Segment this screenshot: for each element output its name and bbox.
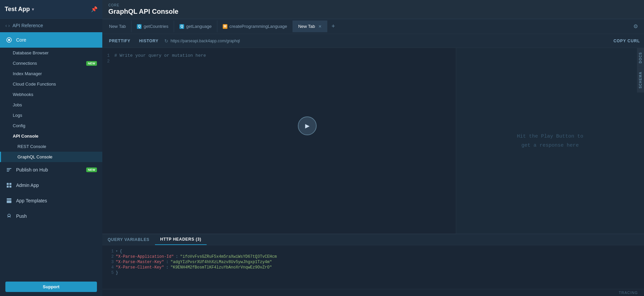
sidebar-bottom: Support: [0, 278, 102, 296]
response-panel: Hit the Play Button to get a response he…: [456, 48, 644, 234]
sidebar-item-app-templates[interactable]: App Templates: [0, 193, 102, 208]
sidebar-sub-index-manager[interactable]: Index Manager: [0, 68, 102, 79]
tracing-bar: TRACING: [102, 289, 644, 296]
toolbar-url: ↻ https://parseapi.back4app.com/graphql: [164, 38, 240, 44]
sidebar-sub-logs[interactable]: Logs: [0, 110, 102, 120]
schema-side-label[interactable]: SCHEMA: [637, 67, 644, 93]
sidebar: Test App ▾ 📌 ‹ › API Reference Core Data…: [0, 0, 102, 296]
publish-hub-label: Publish on Hub: [16, 167, 48, 172]
bottom-tab-query-vars[interactable]: QUERY VARIABLES: [102, 235, 155, 245]
tab-get-countries[interactable]: Q getCountries: [131, 20, 174, 32]
sidebar-sub-config[interactable]: Config: [0, 120, 102, 131]
top-bar: CORE GraphQL API Console: [102, 0, 644, 19]
json-editor[interactable]: 1 ▾ { 2 "X-Parse-Application-Id" : "ifoV…: [102, 245, 644, 289]
prettify-button[interactable]: PRETTIFY: [106, 37, 133, 45]
sidebar-header: Test App ▾ 📌: [0, 0, 102, 19]
play-button[interactable]: ▶: [298, 116, 317, 135]
json-close-brace: }: [116, 270, 118, 275]
response-hint-line2: get a response here: [521, 143, 579, 148]
api-ref-label: API Reference: [12, 23, 43, 28]
refresh-icon[interactable]: ↻: [164, 38, 168, 44]
tab-get-language[interactable]: Q getLanguage: [174, 20, 217, 32]
sidebar-item-core[interactable]: Core: [0, 32, 102, 48]
tabs-settings-icon[interactable]: ⚙: [629, 20, 643, 32]
sidebar-item-push[interactable]: Push: [0, 208, 102, 224]
sidebar-item-api-reference[interactable]: ‹ › API Reference: [0, 19, 102, 32]
connections-label: Connections: [13, 61, 37, 66]
json-lnum-4: 4: [107, 265, 114, 270]
tab-create-programming[interactable]: M createProgrammingLanguage: [217, 20, 293, 32]
bottom-tab-http-headers[interactable]: HTTP HEADERS (3): [155, 234, 207, 245]
breadcrumb: CORE: [108, 3, 178, 7]
sidebar-sub-jobs[interactable]: Jobs: [0, 100, 102, 110]
graphql-url-label: https://parseapi.back4app.com/graphql: [170, 39, 240, 43]
json-val-3: "adgYIzPvsrXUf4hhXzLMazv8Uv5ywJhgxp1Tzy4…: [170, 260, 272, 264]
json-lnum-2: 2: [107, 254, 114, 259]
pin-icon[interactable]: 📌: [91, 6, 98, 12]
tab-get-countries-icon: Q: [137, 24, 142, 29]
publish-hub-badge: NEW: [86, 167, 97, 172]
database-browser-label: Database Browser: [13, 50, 49, 55]
app-chevron-icon: ▾: [32, 7, 34, 12]
svg-rect-9: [7, 198, 11, 200]
json-arrow-icon[interactable]: ▾: [116, 249, 118, 253]
query-editor[interactable]: 1 # Write your query or mutation here 2 …: [102, 48, 456, 234]
sidebar-item-publish-hub[interactable]: Publish on Hub NEW: [0, 162, 102, 178]
app-templates-label: App Templates: [16, 198, 47, 203]
tab-add-button[interactable]: +: [327, 20, 339, 33]
graphql-console-label: GraphQL Console: [17, 154, 52, 159]
tracing-label: TRACING: [619, 291, 638, 295]
tabs-bar: New Tab Q getCountries Q getLanguage M c…: [102, 19, 644, 34]
editor-area: 1 # Write your query or mutation here 2 …: [102, 48, 644, 234]
core-icon: [5, 36, 13, 44]
svg-rect-6: [9, 183, 11, 185]
sidebar-sub-database-browser[interactable]: Database Browser: [0, 48, 102, 58]
sidebar-sub-cloud-code[interactable]: Cloud Code Functions: [0, 79, 102, 89]
svg-rect-2: [7, 168, 11, 169]
docs-side-label[interactable]: DOCS: [637, 48, 644, 67]
main-content: CORE GraphQL API Console New Tab Q getCo…: [102, 0, 644, 296]
tab-new-tab-2-label: New Tab: [298, 24, 315, 29]
editor-line-1: 1 # Write your query or mutation here: [102, 53, 456, 58]
app-name-button[interactable]: Test App ▾: [5, 6, 34, 13]
api-ref-arrow-icon: ‹ ›: [5, 23, 10, 28]
sidebar-item-admin-app[interactable]: Admin App: [0, 178, 102, 193]
json-key-2: "X-Parse-Application-Id": [116, 254, 174, 259]
json-lnum-3: 3: [107, 260, 114, 264]
copy-curl-button[interactable]: COPY CURL: [613, 39, 640, 43]
bottom-tabs: QUERY VARIABLES HTTP HEADERS (3): [102, 234, 644, 245]
app-templates-icon: [5, 197, 13, 204]
index-manager-label: Index Manager: [13, 71, 42, 76]
json-lnum-5: 5: [107, 270, 114, 275]
webhooks-label: Webhooks: [13, 92, 33, 97]
tab-new-tab-2[interactable]: New Tab ✕: [293, 20, 327, 32]
svg-rect-4: [7, 171, 9, 171]
bottom-panel: QUERY VARIABLES HTTP HEADERS (3) 1 ▾ { 2…: [102, 234, 644, 289]
editor-line-2: 2: [102, 58, 456, 64]
sidebar-sub-webhooks[interactable]: Webhooks: [0, 89, 102, 100]
json-line-4: 4 "X-Parse-Client-Key" : "K9ENH4M2fBosmT…: [107, 265, 639, 270]
api-console-label: API Console: [13, 134, 39, 139]
support-button[interactable]: Support: [5, 282, 97, 292]
line-num-1: 1: [102, 53, 114, 58]
tab-new-tab-1[interactable]: New Tab: [104, 20, 131, 32]
tab-create-programming-icon: M: [223, 24, 227, 29]
config-label: Config: [13, 123, 25, 128]
logs-label: Logs: [13, 113, 22, 118]
tab-get-countries-label: getCountries: [144, 24, 168, 29]
push-label: Push: [16, 213, 27, 219]
json-lnum-1: 1: [107, 249, 114, 254]
sidebar-sub-graphql-console[interactable]: GraphQL Console: [0, 152, 102, 162]
history-button[interactable]: HISTORY: [137, 37, 161, 45]
json-line-2: 2 "X-Parse-Application-Id" : "ifoVvFvsGZ…: [107, 254, 639, 259]
side-labels: DOCS SCHEMA: [637, 48, 644, 92]
app-name-label: Test App: [5, 6, 30, 13]
tab-close-icon[interactable]: ✕: [318, 24, 322, 29]
core-label: Core: [16, 37, 26, 43]
response-hint-line1: Hit the Play Button to: [517, 134, 583, 139]
sidebar-sub-rest-console[interactable]: REST Console: [0, 141, 102, 152]
sidebar-sub-connections[interactable]: Connections NEW: [0, 58, 102, 68]
connections-badge: NEW: [86, 61, 97, 66]
sidebar-sub-api-console[interactable]: API Console: [0, 131, 102, 141]
json-val-2: "ifoVvFvsGZRuF5x4m5raXwiWsYD67tQ3TvCEHcm: [180, 254, 277, 259]
